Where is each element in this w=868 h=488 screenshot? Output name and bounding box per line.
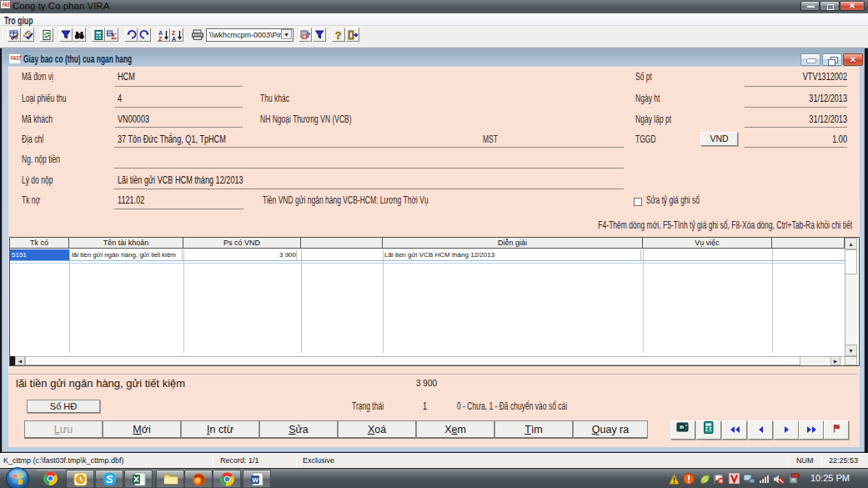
- svg-text:W: W: [253, 476, 259, 484]
